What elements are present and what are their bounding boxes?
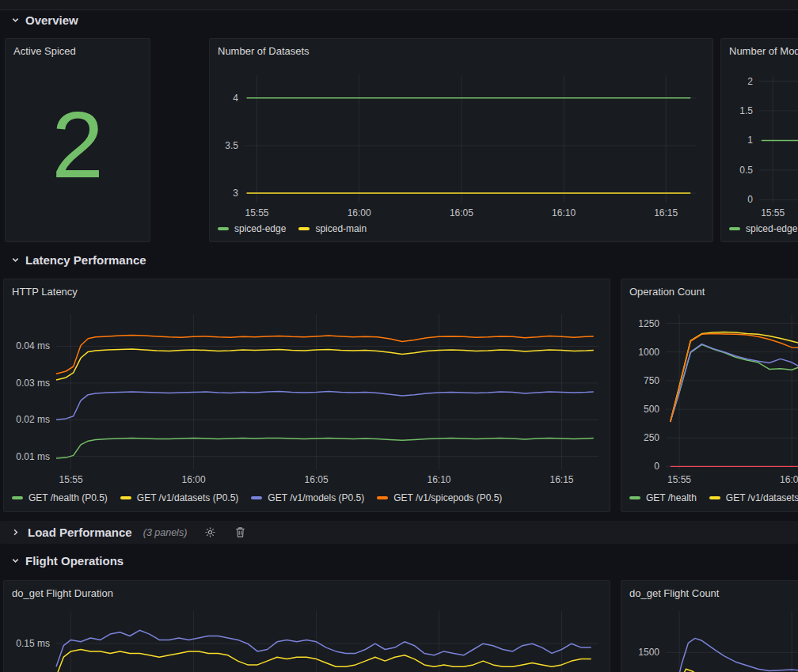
panel-title[interactable]: do_get Flight Duration [12, 587, 113, 599]
chevron-right-icon [11, 528, 20, 537]
svg-text:1000: 1000 [638, 347, 659, 358]
svg-text:3.5: 3.5 [225, 140, 238, 151]
svg-text:0.02 ms: 0.02 ms [16, 414, 50, 425]
chart-number-of-models[interactable]: 00.511.5215:5516:0016:05 [724, 72, 798, 220]
svg-text:0.5: 0.5 [739, 165, 753, 176]
legend-item[interactable]: GET /v1/datasets [709, 492, 798, 503]
legend-item[interactable]: GET /v1/datasets (P0.5) [120, 492, 239, 503]
section-header-load-performance[interactable]: Load Performance (3 panels) [0, 521, 798, 544]
panel-number-of-models: Number of Models 00.511.5215:5516:0016:0… [720, 38, 798, 242]
svg-text:16:00: 16:00 [780, 474, 798, 485]
chart-number-of-datasets[interactable]: 33.5415:5516:0016:0516:1016:15 [213, 72, 708, 220]
row-delete-button[interactable] [230, 523, 250, 542]
chart-legend: spiced-edge [729, 223, 797, 234]
chart-legend: spiced-edgespiced-main [218, 223, 367, 234]
svg-text:16:00: 16:00 [182, 474, 206, 485]
svg-text:0.15 ms: 0.15 ms [16, 638, 50, 649]
svg-text:0.01 ms: 0.01 ms [16, 451, 50, 462]
panel-operation-count: Operation Count 02505007501000125015:551… [621, 279, 798, 512]
svg-text:15:55: 15:55 [667, 474, 691, 485]
section-header-flight-operations[interactable]: Flight Operations [11, 554, 124, 568]
legend-swatch [120, 496, 131, 499]
trash-icon [235, 526, 245, 538]
section-header-latency-performance[interactable]: Latency Performance [11, 253, 146, 267]
panel-title[interactable]: Number of Datasets [218, 45, 310, 57]
legend-swatch [298, 227, 310, 230]
svg-text:0: 0 [654, 461, 659, 472]
section-title: Flight Operations [25, 554, 124, 568]
legend-item[interactable]: GET /health [629, 492, 697, 503]
legend-swatch [629, 496, 640, 499]
panel-do-get-flight-duration: do_get Flight Duration 0.15 ms15:5516:00… [3, 580, 610, 672]
panel-title[interactable]: HTTP Latency [12, 286, 78, 298]
legend-item[interactable]: GET /v1/models (P0.5) [251, 492, 364, 503]
svg-text:250: 250 [644, 432, 659, 443]
svg-text:750: 750 [644, 375, 659, 386]
top-navigation-bar [0, 0, 798, 10]
legend-swatch [729, 227, 740, 230]
chevron-down-icon [11, 16, 20, 25]
panel-do-get-flight-count: do_get Flight Count 150015:5516:0016:05 [621, 580, 798, 672]
svg-text:16:05: 16:05 [450, 207, 473, 218]
chart-do-get-flight-duration[interactable]: 0.15 ms15:5516:0016:0516:1016:15 [7, 608, 606, 672]
svg-text:1250: 1250 [638, 318, 659, 329]
panel-title[interactable]: Operation Count [629, 286, 705, 298]
svg-text:4: 4 [233, 93, 238, 104]
chart-operation-count[interactable]: 02505007501000125015:5516:0016:05 [625, 311, 798, 487]
legend-swatch [12, 496, 23, 499]
legend-swatch [709, 496, 720, 499]
chart-http-latency[interactable]: 0.01 ms0.02 ms0.03 ms0.04 ms15:5516:0016… [7, 311, 606, 487]
svg-text:1.5: 1.5 [739, 105, 753, 116]
legend-swatch [218, 227, 229, 230]
svg-text:15:55: 15:55 [59, 474, 83, 485]
panel-http-latency: HTTP Latency 0.01 ms0.02 ms0.03 ms0.04 m… [3, 279, 610, 512]
section-title: Load Performance [28, 526, 132, 539]
svg-text:500: 500 [644, 404, 659, 415]
stat-value: 2 [6, 39, 150, 241]
svg-text:16:10: 16:10 [552, 207, 576, 218]
svg-text:15:55: 15:55 [245, 207, 268, 218]
legend-item[interactable]: spiced-edge [729, 223, 797, 234]
panel-title[interactable]: Number of Models [729, 45, 798, 57]
svg-text:16:15: 16:15 [549, 474, 573, 485]
chevron-down-icon [11, 256, 20, 264]
svg-text:16:15: 16:15 [654, 207, 678, 218]
legend-item[interactable]: spiced-main [298, 223, 367, 234]
svg-text:2: 2 [747, 76, 753, 87]
legend-swatch [377, 496, 388, 499]
svg-text:16:10: 16:10 [427, 474, 450, 485]
section-title: Latency Performance [25, 253, 146, 267]
svg-text:16:05: 16:05 [305, 474, 329, 485]
svg-text:1: 1 [747, 135, 753, 146]
section-title: Overview [25, 13, 78, 27]
chevron-down-icon [11, 556, 20, 565]
legend-swatch [251, 496, 262, 499]
legend-item[interactable]: GET /v1/spicepods (P0.5) [377, 492, 502, 503]
svg-text:0.04 ms: 0.04 ms [16, 340, 50, 351]
svg-text:0: 0 [747, 194, 753, 205]
panel-active-spiced: Active Spiced 2 [5, 38, 150, 242]
row-settings-button[interactable] [200, 523, 220, 542]
chart-legend: GET /health (P0.5)GET /v1/datasets (P0.5… [12, 492, 502, 503]
legend-item[interactable]: GET /health (P0.5) [12, 492, 108, 503]
section-header-overview[interactable]: Overview [11, 13, 78, 27]
panel-title[interactable]: do_get Flight Count [629, 587, 719, 599]
chart-legend: GET /healthGET /v1/datasets [629, 492, 798, 503]
gear-icon [204, 526, 216, 538]
panels-count-note: (3 panels) [143, 527, 188, 538]
legend-item[interactable]: spiced-edge [218, 223, 286, 234]
panel-number-of-datasets: Number of Datasets 33.5415:5516:0016:051… [209, 38, 713, 242]
svg-text:1500: 1500 [638, 647, 659, 658]
svg-text:0.03 ms: 0.03 ms [16, 378, 50, 389]
svg-text:16:00: 16:00 [348, 207, 371, 218]
svg-text:15:55: 15:55 [761, 207, 785, 218]
chart-do-get-flight-count[interactable]: 150015:5516:0016:05 [625, 608, 798, 672]
svg-text:3: 3 [233, 188, 238, 199]
